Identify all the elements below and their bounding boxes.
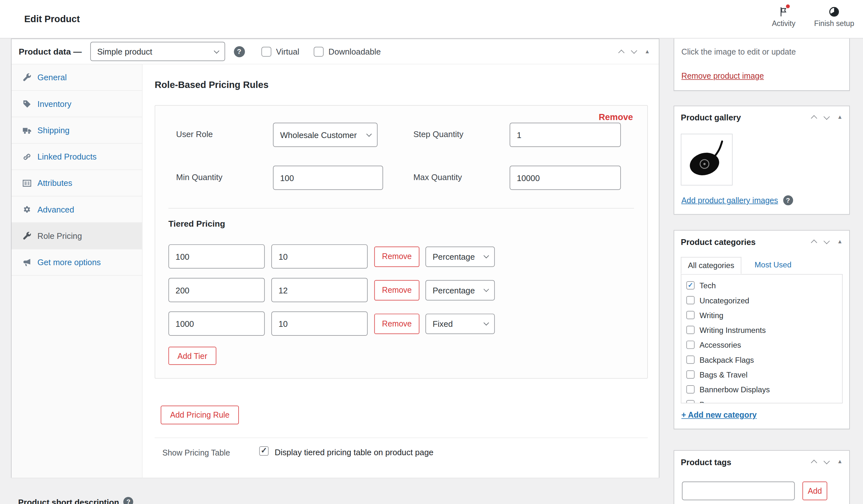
tab-all-categories[interactable]: All categories	[681, 257, 742, 274]
tab-most-used[interactable]: Most Used	[754, 260, 791, 274]
tab-advanced[interactable]: Advanced	[12, 197, 142, 223]
tab-inventory[interactable]: Inventory	[12, 91, 142, 117]
category-item[interactable]: Accessories	[681, 337, 842, 352]
tier-quantity-input[interactable]	[168, 244, 265, 268]
downloadable-field[interactable]: Downloadable	[314, 47, 381, 56]
min-quantity-label: Min Quantity	[176, 172, 223, 182]
category-checkbox[interactable]	[686, 281, 695, 290]
tier-remove-button[interactable]: Remove	[374, 313, 420, 333]
tab-label: Get more options	[38, 257, 101, 267]
remove-rule-link[interactable]: Remove	[599, 112, 633, 122]
step-quantity-input[interactable]	[510, 123, 621, 147]
move-down-icon[interactable]	[824, 458, 829, 464]
move-up-icon[interactable]	[811, 460, 817, 466]
tab-shipping[interactable]: Shipping	[12, 117, 142, 143]
help-icon[interactable]: ?	[783, 196, 793, 205]
help-icon[interactable]: ?	[234, 46, 245, 57]
category-item[interactable]: Bags & Travel	[681, 367, 842, 382]
collapse-toggle-icon[interactable]: ▲	[645, 49, 650, 54]
topbar-actions: Activity Finish setup	[772, 5, 854, 27]
tab-linked-products[interactable]: Linked Products	[12, 143, 142, 170]
tab-get-more-options[interactable]: Get more options	[12, 249, 142, 276]
category-label: Accessories	[700, 340, 741, 349]
category-item[interactable]: Writing Instruments	[681, 323, 842, 337]
virtual-field[interactable]: Virtual	[261, 47, 300, 56]
tab-label: Inventory	[38, 99, 72, 109]
category-checkbox[interactable]	[686, 385, 695, 393]
activity-button[interactable]: Activity	[772, 5, 795, 27]
tier-quantity-input[interactable]	[168, 278, 265, 302]
tier-amount-input[interactable]	[271, 244, 367, 268]
tier-type-select[interactable]: Fixed	[425, 313, 495, 333]
category-checkbox[interactable]	[686, 370, 695, 379]
remove-product-image-link[interactable]: Remove product image	[681, 72, 764, 80]
category-item[interactable]: Banners	[681, 397, 842, 404]
tab-label: Shipping	[38, 126, 70, 135]
category-label: Banners	[700, 400, 728, 403]
tag-input[interactable]	[682, 481, 795, 500]
move-down-icon[interactable]	[631, 48, 637, 54]
category-checkbox[interactable]	[686, 326, 695, 334]
product-tags-box: Product tags ▲ Add	[674, 450, 850, 504]
collapse-toggle-icon[interactable]: ▲	[837, 239, 843, 244]
finish-setup-button[interactable]: Finish setup	[814, 5, 854, 27]
show-pricing-table-checkbox[interactable]	[259, 446, 268, 455]
category-item[interactable]: Tech	[681, 278, 842, 293]
tier-quantity-input[interactable]	[168, 311, 265, 336]
tab-general[interactable]: General	[12, 64, 142, 91]
category-checkbox[interactable]	[686, 296, 695, 304]
notification-dot	[786, 4, 790, 9]
tier-type-select[interactable]: Percentage	[425, 280, 495, 300]
min-quantity-input[interactable]	[273, 166, 383, 190]
product-data-panel: Product data — Simple product ? Virtual …	[11, 39, 659, 478]
product-gallery-image[interactable]	[681, 134, 733, 186]
help-icon[interactable]: ?	[124, 497, 134, 504]
show-pricing-table-text: Display tiered pricing table on product …	[275, 448, 434, 457]
category-checkbox[interactable]	[686, 341, 695, 349]
tier-type-select[interactable]: Percentage	[425, 246, 495, 266]
tier-remove-button[interactable]: Remove	[374, 280, 420, 300]
category-item[interactable]: Bannerbow Displays	[681, 382, 842, 397]
tier-remove-button[interactable]: Remove	[374, 246, 420, 266]
category-label: Bags & Travel	[700, 370, 747, 379]
product-gallery-title: Product gallery	[681, 113, 741, 122]
category-item[interactable]: Writing	[681, 307, 842, 322]
tab-label: Advanced	[38, 205, 74, 214]
move-down-icon[interactable]	[824, 238, 829, 244]
category-list[interactable]: Tech Uncategorized Writing Writing Instr…	[681, 274, 843, 404]
product-type-select[interactable]: Simple product	[90, 42, 225, 61]
collapse-toggle-icon[interactable]: ▲	[837, 459, 843, 465]
chevron-down-icon	[484, 253, 489, 259]
downloadable-label: Downloadable	[328, 47, 381, 56]
downloadable-checkbox[interactable]	[314, 47, 324, 56]
category-item[interactable]: Backpack Flags	[681, 352, 842, 367]
move-up-icon[interactable]	[811, 115, 817, 121]
add-tag-button[interactable]: Add	[802, 481, 827, 500]
max-quantity-input[interactable]	[510, 166, 621, 190]
user-role-select[interactable]: Wholesale Customer	[273, 123, 377, 147]
section-heading: Role-Based Pricing Rules	[155, 80, 269, 91]
megaphone-icon	[23, 258, 31, 266]
add-pricing-rule-button[interactable]: Add Pricing Rule	[161, 405, 239, 424]
tag-icon	[23, 99, 31, 108]
add-tier-button[interactable]: Add Tier	[168, 347, 216, 365]
virtual-checkbox[interactable]	[261, 47, 271, 56]
add-new-category-link[interactable]: + Add new category	[681, 411, 757, 419]
tier-amount-input[interactable]	[271, 311, 367, 336]
category-item[interactable]: Uncategorized	[681, 293, 842, 307]
tier-amount-input[interactable]	[271, 278, 367, 302]
product-categories-title: Product categories	[681, 237, 756, 246]
tier-row: Remove Fixed	[168, 311, 495, 336]
move-up-icon[interactable]	[811, 239, 817, 245]
tab-role-pricing[interactable]: Role Pricing	[12, 223, 142, 249]
move-down-icon[interactable]	[824, 113, 829, 119]
add-gallery-images-link[interactable]: Add product gallery images	[681, 196, 778, 204]
category-checkbox[interactable]	[686, 400, 695, 403]
tab-attributes[interactable]: Attributes	[12, 170, 142, 197]
category-checkbox[interactable]	[686, 311, 695, 319]
box-handles: ▲	[619, 48, 650, 55]
move-up-icon[interactable]	[618, 49, 624, 55]
product-categories-header: Product categories ▲	[674, 230, 849, 253]
category-checkbox[interactable]	[686, 355, 695, 364]
collapse-toggle-icon[interactable]: ▲	[837, 115, 843, 120]
